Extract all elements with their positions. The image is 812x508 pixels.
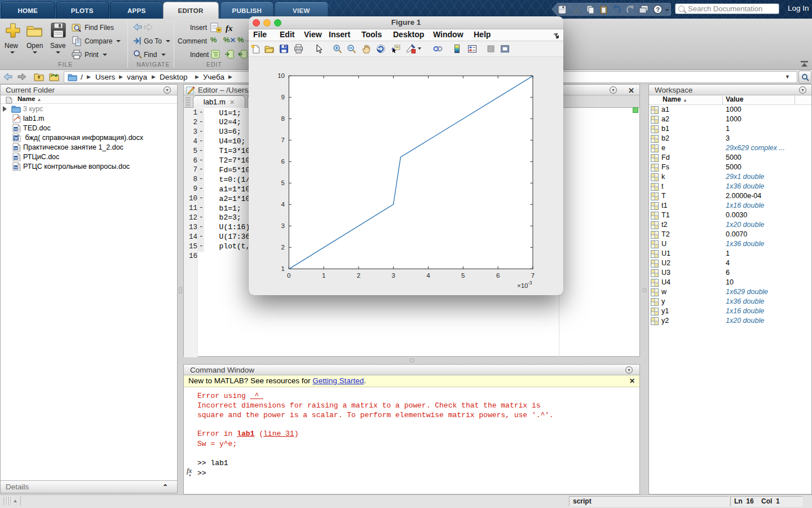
- svg-text:1: 1: [322, 272, 325, 279]
- svg-text:W: W: [14, 146, 18, 150]
- svg-text:-3: -3: [528, 280, 532, 286]
- svg-text:4: 4: [281, 201, 285, 208]
- svg-text:W: W: [14, 156, 18, 160]
- svg-text:2: 2: [281, 244, 285, 251]
- svg-text:5: 5: [461, 272, 465, 279]
- svg-text:×10: ×10: [517, 282, 528, 289]
- svg-text:3: 3: [281, 222, 285, 229]
- svg-text:W: W: [14, 127, 18, 131]
- svg-text:2: 2: [357, 272, 360, 279]
- svg-text:7: 7: [531, 272, 535, 279]
- svg-text:8: 8: [281, 115, 285, 122]
- svg-text:10: 10: [277, 72, 285, 79]
- svg-text:6: 6: [496, 272, 500, 279]
- svg-text:0: 0: [287, 272, 290, 279]
- svg-text:?: ?: [656, 6, 660, 13]
- svg-text:9: 9: [281, 94, 285, 100]
- svg-text:1: 1: [281, 265, 285, 272]
- svg-text:7: 7: [281, 137, 285, 143]
- svg-text:W: W: [14, 165, 18, 169]
- svg-text:3: 3: [391, 272, 395, 279]
- svg-text:5: 5: [281, 179, 285, 186]
- svg-text:6: 6: [281, 158, 285, 165]
- svg-text:4: 4: [426, 272, 430, 279]
- svg-text:W: W: [14, 136, 19, 141]
